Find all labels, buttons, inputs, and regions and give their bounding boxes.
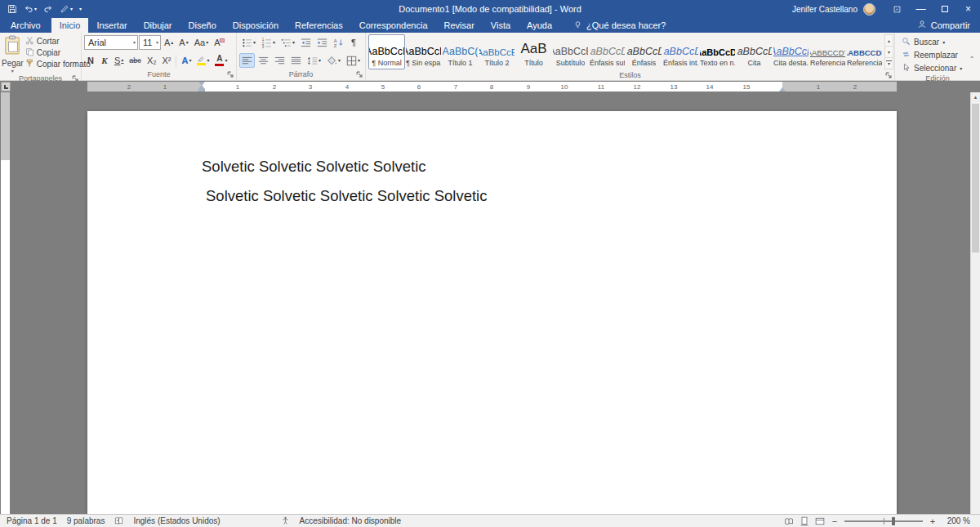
line-spacing-button[interactable]: ▾ (305, 53, 323, 68)
style-card[interactable]: AaBbCcDtÉnfasis sutil (589, 34, 626, 69)
vertical-scrollbar[interactable]: ▲ (970, 92, 980, 514)
print-layout-icon[interactable] (800, 516, 809, 526)
style-card[interactable]: AABBCCDTReferencia... (809, 34, 846, 69)
tab-referencias[interactable]: Referencias (287, 18, 351, 33)
zoom-in-button[interactable]: + (929, 516, 937, 526)
horizontal-ruler[interactable]: 2112345678910111213141512 (87, 82, 897, 92)
tab-ayuda[interactable]: Ayuda (519, 18, 560, 33)
increase-indent-button[interactable] (314, 35, 330, 50)
zoom-slider[interactable] (844, 520, 923, 522)
tab-inicio[interactable]: Inicio (51, 18, 89, 33)
vertical-ruler[interactable] (1, 92, 10, 514)
numbering-button[interactable]: 123 ▾ (259, 35, 278, 50)
scrollbar-thumb[interactable] (972, 104, 979, 252)
style-card[interactable]: AaBbCcETítulo 2 (479, 34, 515, 69)
tab-stop-selector[interactable] (1, 82, 11, 92)
text-effects-button[interactable]: A▾ (179, 53, 194, 68)
bold-button[interactable]: N (84, 53, 97, 68)
font-color-button[interactable]: A ▾ (212, 53, 229, 68)
clear-formatting-button[interactable]: A (212, 35, 226, 50)
accessibility-status[interactable]: Accesibilidad: No disponible (300, 516, 402, 525)
align-center-button[interactable] (256, 53, 271, 68)
show-paragraph-marks-button[interactable]: ¶ (347, 35, 360, 50)
multilevel-list-button[interactable]: ▾ (278, 35, 297, 50)
borders-button[interactable]: ▾ (344, 53, 363, 68)
page-indicator[interactable]: Página 1 de 1 (7, 516, 57, 525)
styles-more-icon[interactable]: ▾ (885, 58, 893, 69)
tell-me-box[interactable]: ¿Qué desea hacer? (573, 18, 666, 33)
close-button[interactable]: × (956, 0, 980, 18)
shrink-font-button[interactable]: A▾ (176, 35, 190, 50)
style-card[interactable]: AaBbCcL¶ Sin espa... (405, 34, 442, 69)
tab-vista[interactable]: Vista (483, 18, 519, 33)
zoom-out-button[interactable]: − (831, 516, 839, 526)
style-card[interactable]: AaBbCcESubtítulo (552, 34, 589, 69)
document-line[interactable]: Solvetic Solvetic Solvetic Solvetic Solv… (206, 181, 897, 211)
style-card[interactable]: AaBTítulo (515, 34, 552, 69)
hanging-indent-marker[interactable] (198, 85, 205, 92)
justify-button[interactable] (288, 53, 304, 68)
style-card[interactable]: AaBbCcDtÉnfasis int... (662, 34, 699, 69)
styles-dialog-launcher-icon[interactable] (885, 72, 893, 79)
italic-button[interactable]: K (98, 53, 111, 68)
tab-revisar[interactable]: Revisar (436, 18, 483, 33)
collapse-ribbon-icon[interactable]: ⌃ (968, 56, 976, 64)
read-mode-icon[interactable] (784, 516, 794, 526)
decrease-indent-button[interactable] (298, 35, 314, 50)
proofing-book-icon[interactable] (114, 516, 123, 525)
language-indicator[interactable]: Inglés (Estados Unidos) (133, 516, 220, 525)
pen-icon[interactable]: ▾ (60, 4, 73, 14)
avatar[interactable] (863, 3, 875, 16)
word-count[interactable]: 9 palabras (67, 516, 105, 525)
tab-correspondencia[interactable]: Correspondencia (351, 18, 436, 33)
style-card[interactable]: AaBbCcDtTexto en n... (699, 34, 736, 69)
replace-button[interactable]: Reemplazar (902, 50, 962, 60)
align-left-button[interactable] (239, 53, 255, 68)
web-layout-icon[interactable] (815, 516, 825, 526)
maximize-button[interactable] (933, 0, 956, 18)
ribbon-display-options-icon[interactable] (885, 0, 909, 18)
superscript-button[interactable]: X² (159, 53, 173, 68)
styles-scroll-down-icon[interactable]: ▾ (885, 47, 893, 58)
select-button[interactable]: Seleccionar ▾ (902, 63, 962, 74)
accessibility-icon[interactable] (281, 516, 290, 525)
zoom-level[interactable]: 200 % (942, 516, 970, 525)
find-button[interactable]: Buscar ▾ (902, 37, 962, 47)
bullets-button[interactable]: ▾ (239, 35, 258, 50)
zoom-slider-thumb[interactable] (892, 517, 895, 525)
style-card[interactable]: AaBbCcL¶ Normal (368, 34, 405, 69)
font-size-combo[interactable]: 11 ▾ (139, 35, 161, 50)
style-card[interactable]: AaBbC(Título 1 (442, 34, 479, 69)
style-card[interactable]: AABBCCDEReferencia... (846, 34, 883, 69)
scroll-up-icon[interactable]: ▲ (971, 92, 980, 102)
font-name-combo[interactable]: Arial ▾ (84, 35, 138, 50)
document-line[interactable]: Solvetic Solvetic Solvetic Solvetic (202, 152, 897, 181)
strikethrough-button[interactable]: abc (127, 53, 144, 68)
underline-button[interactable]: S▾ (112, 53, 126, 68)
minimize-button[interactable]: — (909, 0, 933, 18)
tab-disposición[interactable]: Disposición (225, 18, 287, 33)
sort-button[interactable]: AZ (331, 35, 346, 50)
style-card[interactable]: AaBbCcDtÉnfasis (626, 34, 662, 69)
share-button[interactable]: Compartir (907, 18, 980, 33)
tab-dibujar[interactable]: Dibujar (136, 18, 180, 33)
right-indent-marker[interactable] (779, 87, 786, 92)
change-case-button[interactable]: Aa▾ (192, 35, 211, 50)
paragraph-dialog-launcher-icon[interactable] (356, 71, 363, 78)
user-name[interactable]: Jenifer Castellano (792, 5, 858, 14)
font-dialog-launcher-icon[interactable] (227, 71, 234, 78)
grow-font-button[interactable]: A▴ (162, 35, 176, 50)
tab-insertar[interactable]: Insertar (88, 18, 135, 33)
styles-scroll-up-icon[interactable]: ▴ (885, 35, 893, 47)
tab-archivo[interactable]: Archivo (0, 18, 51, 33)
save-icon[interactable] (7, 4, 17, 14)
undo-icon[interactable]: ▾ (24, 4, 37, 14)
document-page[interactable]: Solvetic Solvetic Solvetic SolveticSolve… (87, 111, 897, 514)
highlight-button[interactable]: ▾ (194, 53, 212, 68)
paste-button[interactable]: Pegar ▾ (2, 33, 24, 74)
style-card[interactable]: AaBbCcDtCita (736, 34, 773, 69)
align-right-button[interactable] (272, 53, 287, 68)
customize-quick-access-icon[interactable]: ▾ (79, 7, 82, 11)
subscript-button[interactable]: X₂ (145, 53, 159, 68)
style-card[interactable]: AaBbCcLCita desta... (773, 34, 809, 69)
